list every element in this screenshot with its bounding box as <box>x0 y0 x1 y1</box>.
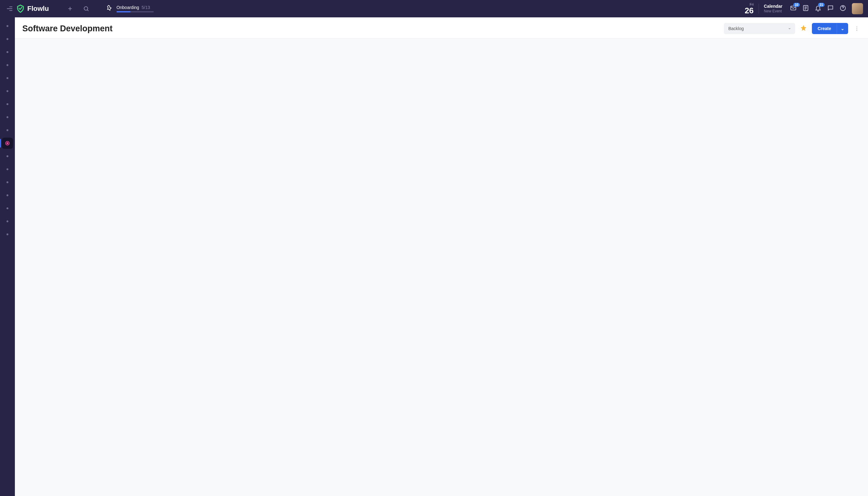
rail-folder-icon[interactable] <box>2 203 13 214</box>
create-button-group: Create ⌄ <box>812 23 848 34</box>
rail-arrow-icon[interactable] <box>2 112 13 123</box>
rail-sliders-icon[interactable] <box>2 73 13 84</box>
calendar-block[interactable]: Calendar New Event <box>764 4 782 13</box>
svg-point-9 <box>6 90 9 92</box>
more-icon[interactable]: ⋮ <box>853 26 861 32</box>
bell-badge: 21 <box>818 3 825 7</box>
rail-pin-icon[interactable] <box>2 190 13 201</box>
svg-point-18 <box>6 195 9 196</box>
rail-stack-icon[interactable] <box>2 164 13 175</box>
help-icon[interactable] <box>839 5 846 13</box>
svg-point-12 <box>6 129 9 131</box>
svg-point-14 <box>7 143 9 144</box>
notes-icon[interactable] <box>802 5 809 13</box>
onboarding-label: Onboarding <box>117 5 139 10</box>
onboarding-widget[interactable]: Onboarding 5/13 <box>106 5 154 13</box>
rail-tag-icon[interactable] <box>2 98 13 110</box>
rail-timer-icon[interactable] <box>2 229 13 240</box>
calendar-title: Calendar <box>764 4 782 9</box>
add-icon[interactable] <box>64 3 76 14</box>
rail-copy-icon[interactable] <box>2 177 13 188</box>
rail-target-icon[interactable] <box>2 60 13 71</box>
svg-point-10 <box>6 103 9 105</box>
svg-point-6 <box>6 51 9 53</box>
menu-toggle[interactable] <box>5 6 12 11</box>
svg-point-19 <box>6 207 9 209</box>
svg-point-17 <box>6 181 9 183</box>
onboarding-count: 5/13 <box>142 5 150 10</box>
create-button[interactable]: Create <box>812 23 837 34</box>
page-header: Software Development Backlog Create ⌄ ⋮ <box>15 17 868 39</box>
svg-point-4 <box>6 25 9 27</box>
rail-clipboard-icon[interactable] <box>2 151 13 162</box>
rail-users-icon[interactable] <box>2 125 13 136</box>
rail-agile-icon[interactable] <box>2 138 13 149</box>
svg-point-21 <box>6 233 9 235</box>
bell-icon[interactable]: 21 <box>815 5 822 13</box>
logo-icon <box>16 4 25 13</box>
onboarding-progress <box>117 11 154 12</box>
topbar: Flowlu Onboarding 5/13 Fri 26 Calendar N… <box>0 0 868 17</box>
star-icon[interactable] <box>800 25 807 33</box>
inbox-icon[interactable]: 10 <box>790 5 797 13</box>
side-rail <box>0 17 15 496</box>
chat-icon[interactable] <box>827 5 834 13</box>
rail-grid-icon[interactable] <box>2 20 13 32</box>
pin-icon <box>106 5 113 13</box>
inbox-badge: 10 <box>793 3 800 7</box>
svg-point-5 <box>6 38 9 40</box>
day-number: 26 <box>745 6 754 15</box>
user-avatar[interactable] <box>852 3 863 14</box>
calendar-subtitle: New Event <box>764 9 782 13</box>
svg-point-0 <box>84 6 88 10</box>
svg-point-7 <box>6 64 9 66</box>
brand-text: Flowlu <box>27 5 49 13</box>
backlog-selector[interactable]: Backlog <box>724 23 795 34</box>
logo[interactable]: Flowlu <box>16 4 49 13</box>
svg-point-11 <box>6 116 9 118</box>
create-dropdown[interactable]: ⌄ <box>837 23 848 34</box>
svg-point-20 <box>6 220 9 222</box>
svg-point-15 <box>6 155 9 157</box>
rail-filter-icon[interactable] <box>2 46 13 58</box>
rail-box-icon[interactable] <box>2 33 13 45</box>
page-title: Software Development <box>22 24 719 33</box>
search-icon[interactable] <box>81 3 92 14</box>
divider <box>759 4 759 14</box>
svg-point-8 <box>6 77 9 79</box>
weekday: Fri <box>745 2 754 6</box>
rail-link-icon[interactable] <box>2 86 13 97</box>
svg-point-16 <box>6 168 9 170</box>
date-block[interactable]: Fri 26 <box>745 2 754 15</box>
rail-branch-icon[interactable] <box>2 216 13 227</box>
